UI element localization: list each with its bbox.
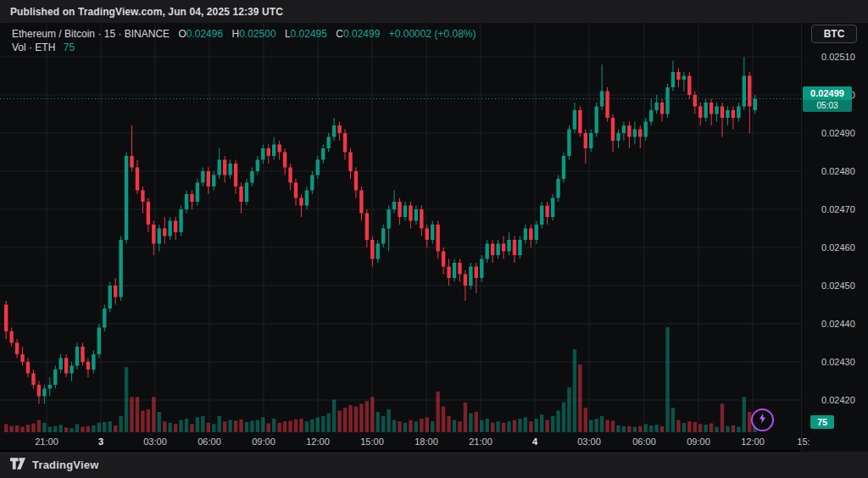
chart-region[interactable]: Ethereum / Bitcoin · 15 · BINANCE O0.024… [0,23,868,452]
volume-bar [147,409,150,432]
volume-bar [622,426,626,432]
close-label: C [336,28,343,40]
volume-bar [496,421,499,432]
volume-bar [671,408,675,432]
volume-bar [256,420,259,432]
volume-bar [354,407,358,432]
candle-body [20,354,24,362]
candle-body [654,103,658,110]
volume-bar [458,421,461,432]
candle-body [513,240,516,255]
volume-bar [654,425,658,432]
volume-bar [337,410,341,432]
candle-body [535,225,538,240]
volume-bar [743,397,746,432]
symbol-title[interactable]: Ethereum / Bitcoin · 15 · BINANCE [12,28,170,40]
candle-body [453,263,456,278]
boost-button[interactable] [751,409,774,431]
volume-bar [305,421,309,432]
time-axis-label: 21:00 [35,436,58,447]
candle-body [147,202,150,225]
high-value: 0.02500 [239,28,275,40]
volume-bar [53,426,57,432]
volume-bar [37,420,41,432]
price-axis-label: 0.02470 [821,203,855,216]
volume-bar [507,421,510,432]
time-axis-label: 09:00 [687,436,710,447]
change-value: +0.00002 (+0.08%) [389,28,476,40]
volume-bar [234,420,237,432]
volume-bar [600,416,604,432]
time-axis-label: 12:00 [741,436,765,447]
volume-bar [136,397,139,432]
volume-bar [398,421,401,432]
candle-body [370,240,374,259]
candle-body [321,148,325,160]
candle-body [387,209,390,229]
volume-bar [343,408,347,432]
candle-countdown: 05:03 [803,100,852,112]
candle-body [316,160,320,175]
volume-bar [9,426,13,432]
candle-body [179,209,182,232]
candle-body [545,206,548,218]
volume-bar [125,367,128,432]
volume-bar [201,416,204,432]
volume-bar [26,425,30,432]
volume-bar [431,421,434,432]
volume-bar [277,423,281,432]
footer-bar: TradingView [0,452,868,478]
volume-bar [616,425,620,432]
volume-bar [376,412,380,432]
candle-body [573,110,576,130]
candle-body [97,328,101,355]
volume-bar [513,420,516,432]
volume-bar [732,425,735,432]
candle-body [37,385,41,397]
currency-toggle-button[interactable]: BTC [811,25,857,43]
candle-body [737,107,740,119]
volume-bar [272,419,275,432]
volume-bar [141,410,144,432]
volume-bar [365,401,369,432]
candle-body [709,103,713,114]
candle-body [174,221,177,233]
candle-body [163,229,166,236]
candle-body [354,171,358,191]
tradingview-wordmark[interactable]: TradingView [32,459,99,471]
candle-body [359,191,363,214]
volume-bar [447,416,450,432]
candle-body [540,206,543,225]
candle-body [611,118,615,141]
candle-body [283,153,287,168]
candle-body [502,244,505,252]
candle-body [86,362,90,370]
volume-bar [42,423,46,432]
candle-body [119,240,122,297]
candle-body [190,194,193,202]
candle-body [125,156,128,240]
candle-body [687,76,691,96]
volume-bar [223,421,226,432]
candle-body [343,133,347,153]
volume-bar [370,397,374,432]
time-axis[interactable]: 21:00303:0006:0009:0012:0015:0018:0021:0… [0,432,801,452]
candle-body [649,110,653,122]
candle-body [622,125,626,133]
volume-bar [464,403,467,432]
volume-bar [442,407,445,432]
time-axis-label: 15:00 [360,436,384,447]
volume-bar [348,405,352,432]
low-value: 0.02495 [291,28,327,40]
volume-bar [721,403,724,432]
price-axis-label: 0.02480 [821,164,855,178]
volume-bar [185,419,188,432]
candlestick-chart[interactable] [0,23,801,433]
candle-body [551,198,554,218]
volume-bar [75,424,79,432]
candle-body [337,125,341,133]
volume-bar [332,400,336,432]
tradingview-logo-icon[interactable] [10,458,26,473]
volume-bar [567,387,570,432]
candle-body [589,133,593,148]
